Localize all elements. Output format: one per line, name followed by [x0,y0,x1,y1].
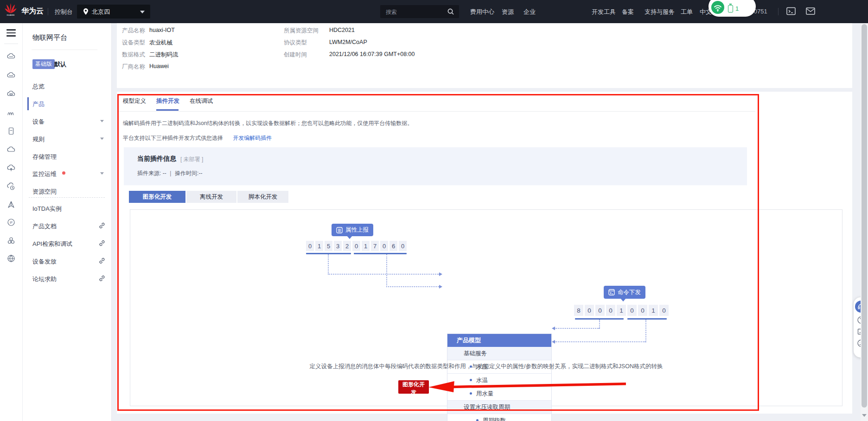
global-search[interactable] [380,5,459,18]
sidebar-item-storage[interactable]: 存储管理 [22,149,111,164]
cloud-icon[interactable] [0,145,22,155]
region-name: 北京四 [92,8,110,16]
tab-online-debug[interactable]: 在线调试 [190,97,213,105]
develop-codec-plugin-link[interactable]: 开发编解码插件 [233,135,272,141]
sidebar-item-product-docs[interactable]: 产品文档 [22,219,111,233]
recorder-overlay[interactable]: 1 [708,0,756,17]
nav-link-support[interactable]: 支持与服务 [645,8,675,16]
badge-pointer [620,298,626,302]
field-label: 协议类型 [284,39,307,47]
location-pin-icon [83,8,89,17]
sidebar-item-api-explorer[interactable]: API检索和调试 [22,236,111,251]
cloud-server-icon[interactable] [0,52,22,62]
bullet-dot [476,419,479,421]
property-report-badge: 属性上报 [332,224,373,236]
field-value-product-name: huaxi-IOT [149,27,175,33]
nav-link-enterprise[interactable]: 企业 [523,8,536,16]
field-value-resource-space: HDC2021 [329,27,355,33]
edition-badge[interactable]: 基础版 [32,59,55,69]
icon-rail: IP [0,23,23,421]
digit-group-underline [627,318,667,320]
console-link[interactable]: 控制台 [55,8,73,16]
connector-arrow-right [439,272,442,276]
model-row-service: 基础服务 [447,347,551,360]
cloud-clock-icon[interactable] [0,182,22,192]
graphical-development-preview-panel: 属性上报 01532017060 产品模型 基础服务 水压 水温 用水量 设置水… [130,209,842,406]
field-label: 产品名称 [122,27,145,35]
field-value-device-type: 农业机械 [149,39,172,47]
connector-line [386,286,439,287]
diagram-caption: 定义设备上报消息的消息体中每段编码代表的数据类型和作用，与功能定义中的属性/参数… [130,363,842,371]
nav-link-billing[interactable]: 费用中心 [470,8,494,16]
tab-bottom-border [117,111,755,112]
plugin-info-title: 当前插件信息 [137,155,176,163]
connector-arrow-left [552,327,555,330]
page-scrollbar[interactable] [861,23,868,421]
cloud-upload-icon[interactable] [0,163,22,174]
tab-model-definition[interactable]: 模型定义 [123,97,146,105]
ip-circle-icon[interactable]: IP [0,218,22,228]
external-link-icon[interactable] [98,257,106,266]
edition-name: 默认 [54,60,66,69]
search-input[interactable] [385,7,445,17]
svg-text:IP: IP [10,221,13,224]
nav-link-ticket[interactable]: 工单 [681,8,693,16]
sidebar-item-device-provisioning[interactable]: 设备发放 [22,254,111,269]
cluster-icon[interactable] [0,236,22,246]
sidebar-item-monitoring[interactable]: 监控运维 [22,166,111,181]
field-value-created-time: 2021/12/06 16:07:39 GMT+08:00 [329,51,415,57]
plugin-description: 编解码插件用于二进制码流和Json结构体的转换，以实现设备数据解析；您也可以忽略… [123,119,413,127]
waves-icon[interactable] [0,108,22,118]
nav-link-devtools[interactable]: 开发工具 [592,8,616,16]
brand-name[interactable]: 华为云 [21,6,44,16]
search-icon[interactable] [447,8,454,17]
region-selector[interactable]: 北京四 [77,5,150,19]
menu-hamburger-icon[interactable] [6,29,16,38]
device-icon[interactable] [0,126,22,137]
model-row-command: 设置水压读取周期 [447,401,551,414]
field-label: 厂商名称 [122,63,145,71]
external-link-icon[interactable] [98,222,106,231]
current-plugin-info-box: 当前插件信息 [ 未部署 ] 插件来源: -- ｜ 操作时间:-- [124,147,747,185]
plugin-support-row: 平台支持以下三种插件开发方式供您选择 开发编解码插件 [123,134,272,142]
subtab-graphical-development[interactable]: 图形化开发 [129,191,185,203]
scrollbar-down-arrow[interactable] [862,414,867,417]
nav-divider [48,8,48,15]
connector-line [386,254,387,287]
external-link-icon[interactable] [98,275,106,284]
sidebar-title: 物联网平台 [32,33,67,42]
sidebar-item-resource-space[interactable]: 资源空间 [22,184,111,199]
drone-icon[interactable] [0,200,22,210]
field-label: 数据格式 [122,51,145,59]
sidebar-item-products[interactable]: 产品 [22,96,111,111]
wifi-icon [711,1,724,14]
sidebar-item-rules[interactable]: 规则 [22,132,111,146]
mail-icon[interactable] [806,7,815,17]
subtab-offline-development[interactable]: 离线开发 [186,191,236,203]
sidebar-item-forum-help[interactable]: 论坛求助 [22,271,111,286]
tab-plugin-development[interactable]: 插件开发 [156,97,179,105]
cloud-dash-icon[interactable] [0,89,22,100]
scrollbar-thumb[interactable] [862,24,867,408]
connector-line [645,320,646,342]
field-value-data-format: 二进制码流 [149,51,179,59]
nav-link-resources[interactable]: 资源 [502,8,514,16]
command-delivery-badge: 命令下发 [604,286,645,299]
subtab-script-development[interactable]: 脚本化开发 [237,191,288,203]
plugin-deploy-status: [ 未部署 ] [180,156,203,163]
external-link-icon[interactable] [98,239,106,249]
sidebar-item-devices[interactable]: 设备 [22,114,111,129]
cloud-dots-icon[interactable] [0,71,22,81]
badge-pointer [347,236,352,239]
sidebar-item-overview[interactable]: 总览 [22,79,111,94]
sidebar-item-iotda-instance[interactable]: IoTDA实例 [22,201,111,216]
graphical-development-button[interactable]: 图形化开发 [398,380,429,394]
command-binary-digits: 800010010 [574,305,669,316]
field-label: 创建时间 [284,51,307,59]
terminal-icon[interactable] [786,7,796,17]
active-tab-underline [156,109,179,111]
globe-icon[interactable] [0,254,22,264]
bullet-dot [470,379,472,381]
battery-icon [728,5,733,13]
nav-link-icp[interactable]: 备案 [622,8,634,16]
